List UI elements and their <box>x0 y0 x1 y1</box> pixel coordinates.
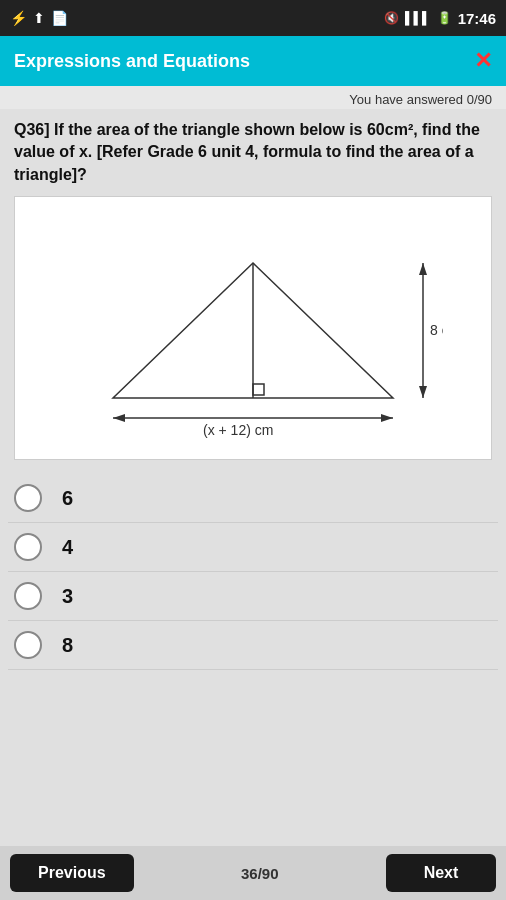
app-title: Expressions and Equations <box>14 51 250 72</box>
radio-8[interactable] <box>14 631 42 659</box>
file-icon: 📄 <box>51 10 68 26</box>
progress-bar: You have answered 0/90 <box>0 86 506 109</box>
signal-icon: ▌▌▌ <box>405 11 431 25</box>
option-row-6[interactable]: 6 <box>8 474 498 523</box>
diagram-container: 8 cm (x + 12) cm <box>14 196 492 460</box>
option-label-8: 8 <box>62 634 73 657</box>
battery-icon: 🔋 <box>437 11 452 25</box>
radio-6[interactable] <box>14 484 42 512</box>
svg-text:(x + 12) cm: (x + 12) cm <box>203 422 273 438</box>
next-button[interactable]: Next <box>386 854 496 892</box>
status-right-icons: 🔇 ▌▌▌ 🔋 17:46 <box>384 10 496 27</box>
question-text: Q36] If the area of the triangle shown b… <box>14 119 492 186</box>
option-row-3[interactable]: 3 <box>8 572 498 621</box>
upload-icon: ⬆ <box>33 10 45 26</box>
usb-icon: ⚡ <box>10 10 27 26</box>
svg-marker-8 <box>113 414 125 422</box>
option-label-3: 3 <box>62 585 73 608</box>
radio-3[interactable] <box>14 582 42 610</box>
svg-text:8 cm: 8 cm <box>430 322 443 338</box>
option-label-6: 6 <box>62 487 73 510</box>
radio-4[interactable] <box>14 533 42 561</box>
triangle-diagram: 8 cm (x + 12) cm <box>63 213 443 443</box>
option-row-8[interactable]: 8 <box>8 621 498 670</box>
status-bar: ⚡ ⬆ 📄 🔇 ▌▌▌ 🔋 17:46 <box>0 0 506 36</box>
svg-rect-2 <box>253 384 264 395</box>
svg-marker-5 <box>419 386 427 398</box>
title-bar: Expressions and Equations ✕ <box>0 36 506 86</box>
main-content: Q36] If the area of the triangle shown b… <box>0 109 506 460</box>
bottom-navigation: Previous 36/90 Next <box>0 846 506 900</box>
mute-icon: 🔇 <box>384 11 399 25</box>
option-row-4[interactable]: 4 <box>8 523 498 572</box>
svg-marker-9 <box>381 414 393 422</box>
svg-marker-4 <box>419 263 427 275</box>
time-display: 17:46 <box>458 10 496 27</box>
status-left-icons: ⚡ ⬆ 📄 <box>10 10 68 26</box>
progress-text: You have answered 0/90 <box>349 92 492 107</box>
options-area: 6 4 3 8 <box>0 474 506 670</box>
close-button[interactable]: ✕ <box>474 48 492 74</box>
previous-button[interactable]: Previous <box>10 854 134 892</box>
page-indicator: 36/90 <box>241 865 279 882</box>
option-label-4: 4 <box>62 536 73 559</box>
